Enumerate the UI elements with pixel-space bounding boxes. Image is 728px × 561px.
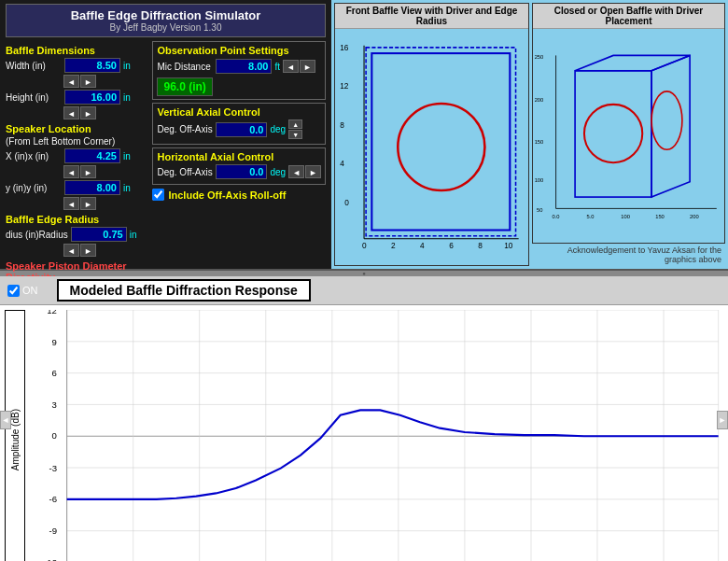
on-checkbox-row: ON	[7, 285, 38, 297]
vert-up-btn[interactable]: ▲	[288, 119, 302, 129]
horiz-deg-input[interactable]	[216, 164, 267, 179]
svg-point-31	[584, 105, 642, 162]
width-unit: in	[123, 61, 131, 71]
chart-area: ◄ Amplitude (dB)	[0, 305, 728, 561]
mic-row: Mic Distance ft ◄ ►	[157, 59, 321, 74]
svg-text:6: 6	[52, 368, 57, 378]
vertical-axial-title: Vertical Axial Control	[157, 106, 321, 118]
y-decrease-btn[interactable]: ◄	[63, 197, 79, 210]
vert-deg-unit: deg	[270, 124, 286, 134]
front-baffle-title: Front Baffle View with Driver and Edge R…	[335, 4, 528, 29]
vert-deg-input[interactable]	[216, 122, 267, 137]
horiz-deg-label: Deg. Off-Axis	[157, 167, 213, 177]
width-input[interactable]	[64, 58, 120, 73]
radius-input[interactable]	[71, 227, 127, 242]
x-unit: in	[123, 151, 131, 161]
front-baffle-canvas: 16 12 8 4 0 0 2 4 6 8 10	[335, 29, 528, 265]
include-offaxis-checkbox[interactable]	[152, 189, 164, 201]
svg-text:-12: -12	[44, 557, 57, 561]
mic-decrease-btn[interactable]: ◄	[283, 60, 299, 73]
svg-rect-13	[366, 48, 515, 236]
observation-section: Observation Point Settings Mic Distance …	[152, 41, 326, 100]
vert-deg-label: Deg. Off-Axis	[157, 124, 213, 134]
acknowledgement-text: Acknowledgement to Yavuz Aksan for the g…	[532, 244, 725, 266]
width-decrease-btn[interactable]: ◄	[63, 75, 79, 88]
closed-open-panel: Closed or Open Baffle with Driver Placem…	[532, 3, 725, 244]
horiz-increase-btn[interactable]: ►	[305, 165, 321, 178]
app-title: Baffle Edge Diffraction Simulator	[8, 8, 323, 22]
svg-rect-14	[371, 53, 510, 230]
x-label: X (in)x (in)	[6, 151, 62, 161]
svg-text:150: 150	[535, 139, 544, 145]
svg-text:12: 12	[340, 82, 349, 91]
mic-label: Mic Distance	[157, 62, 213, 72]
vert-deg-row: Deg. Off-Axis deg ▲ ▼	[157, 119, 321, 139]
speaker-location-subtitle: (From Left Bottom Corner)	[6, 136, 147, 147]
svg-text:0.0: 0.0	[553, 214, 560, 219]
app-version: By Jeff Bagby Version 1.30	[8, 22, 323, 33]
svg-text:0: 0	[362, 242, 367, 250]
radius-unit: in	[130, 230, 137, 240]
horiz-decrease-btn[interactable]: ◄	[288, 165, 304, 178]
height-increase-btn[interactable]: ►	[80, 106, 96, 119]
svg-text:100: 100	[535, 177, 544, 183]
on-checkbox[interactable]	[7, 285, 20, 297]
mic-unit: ft	[274, 62, 280, 72]
x-input[interactable]	[64, 148, 120, 163]
x-increase-btn[interactable]: ►	[80, 165, 96, 178]
svg-text:6: 6	[449, 242, 454, 250]
radius-decrease-btn[interactable]: ◄	[63, 244, 79, 257]
vert-down-btn[interactable]: ▼	[288, 130, 302, 139]
radius-increase-btn[interactable]: ►	[80, 244, 96, 257]
svg-text:9: 9	[52, 337, 57, 347]
scroll-right-btn[interactable]: ►	[717, 411, 728, 429]
y-axis-label-box: Amplitude (dB)	[5, 310, 25, 561]
y-axis-label: Amplitude (dB)	[6, 409, 24, 470]
mic-input[interactable]	[216, 59, 272, 74]
y-increase-btn[interactable]: ►	[80, 197, 96, 210]
horizontal-axial-title: Horizontal Axial Control	[157, 151, 321, 162]
svg-text:200: 200	[535, 97, 544, 103]
svg-text:8: 8	[478, 242, 483, 250]
svg-text:0: 0	[344, 199, 349, 207]
app-title-box: Baffle Edge Diffraction Simulator By Jef…	[6, 4, 326, 37]
svg-text:0: 0	[52, 430, 57, 441]
mic-display-value: 96.0 (in)	[157, 77, 212, 96]
y-input[interactable]	[64, 180, 120, 195]
response-curve	[67, 410, 719, 499]
mic-increase-btn[interactable]: ►	[300, 60, 315, 73]
observation-title: Observation Point Settings	[157, 45, 321, 56]
vertical-axial-section: Vertical Axial Control Deg. Off-Axis deg…	[152, 103, 326, 145]
svg-point-15	[398, 104, 484, 190]
svg-text:4: 4	[420, 242, 425, 250]
svg-text:-6: -6	[49, 494, 57, 504]
width-increase-btn[interactable]: ►	[80, 75, 96, 88]
height-label: Height (in)	[6, 92, 62, 103]
include-offaxis-label: Include Off-Axis Roll-off	[168, 189, 286, 201]
closed-open-canvas: 250 200 150 100 50 0.0 5.0 100 150 200	[533, 29, 724, 243]
radius-label: dius (in)Radius	[6, 230, 68, 240]
svg-text:50: 50	[537, 208, 542, 214]
closed-open-svg: 250 200 150 100 50 0.0 5.0 100 150 200	[533, 29, 724, 243]
front-baffle-panel: Front Baffle View with Driver and Edge R…	[334, 3, 529, 266]
svg-text:150: 150	[655, 214, 665, 219]
horiz-deg-row: Deg. Off-Axis deg ◄ ►	[157, 164, 321, 179]
horizontal-axial-section: Horizontal Axial Control Deg. Off-Axis d…	[152, 147, 326, 185]
chart-header: ON Modeled Baffle Diffraction Response	[0, 276, 728, 305]
svg-text:4: 4	[340, 160, 344, 168]
closed-open-title: Closed or Open Baffle with Driver Placem…	[533, 4, 724, 29]
svg-marker-30	[651, 55, 690, 197]
svg-text:3: 3	[52, 400, 57, 410]
svg-text:10: 10	[504, 242, 513, 250]
x-decrease-btn[interactable]: ◄	[63, 165, 79, 178]
svg-text:-9: -9	[49, 526, 57, 536]
horiz-deg-unit: deg	[270, 167, 286, 177]
height-decrease-btn[interactable]: ◄	[63, 106, 79, 119]
svg-text:100: 100	[621, 214, 630, 219]
svg-text:16: 16	[340, 44, 349, 52]
baffle-edge-title: Baffle Edge Radius	[6, 214, 147, 225]
height-input[interactable]	[64, 90, 120, 105]
chart-svg: 12 9 6 3 0 -3 -6 -9 -12	[27, 310, 723, 561]
on-label: ON	[22, 285, 38, 296]
y-unit: in	[123, 183, 131, 193]
